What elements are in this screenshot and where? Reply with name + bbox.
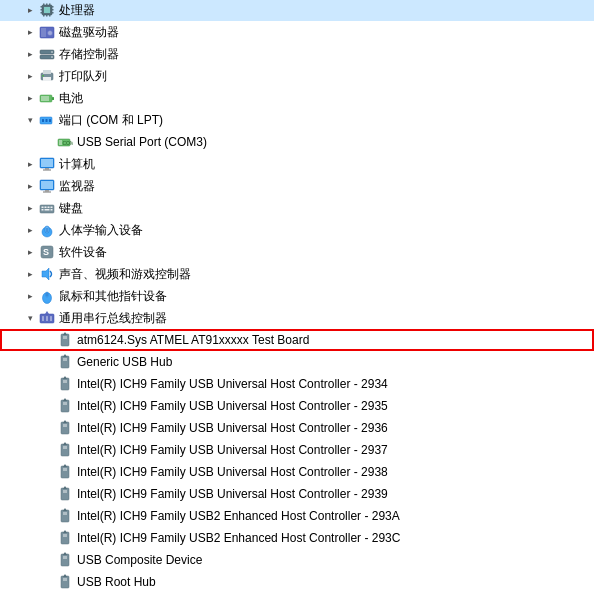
tree-item-29[interactable]: USB Composite Device <box>0 549 594 571</box>
svg-marker-96 <box>63 464 67 467</box>
usb-device-icon <box>56 419 74 437</box>
port-icon <box>38 111 56 129</box>
tree-item-5[interactable]: 磁盘驱动器 <box>0 21 594 43</box>
tree-item-15[interactable]: S软件设备 <box>0 241 594 263</box>
item-label-23: Intel(R) ICH9 Family USB Universal Host … <box>77 421 388 435</box>
svg-rect-13 <box>43 4 45 6</box>
usb-device-icon <box>56 463 74 481</box>
expand-icon-11[interactable] <box>22 156 38 172</box>
expand-icon-12[interactable] <box>22 178 38 194</box>
tree-item-30[interactable]: USB Root Hub <box>0 571 594 593</box>
expand-icon-7[interactable] <box>22 68 38 84</box>
cpu-icon <box>38 1 56 19</box>
svg-rect-88 <box>61 422 69 434</box>
svg-rect-61 <box>51 209 53 211</box>
tree-item-21[interactable]: Intel(R) ICH9 Family USB Universal Host … <box>0 373 594 395</box>
svg-marker-105 <box>63 530 67 533</box>
tree-item-8[interactable]: 电池 <box>0 87 594 109</box>
expand-icon-18[interactable] <box>22 310 38 326</box>
expand-icon-16[interactable] <box>22 266 38 282</box>
tree-item-10[interactable]: COMUSB Serial Port (COM3) <box>0 131 594 153</box>
svg-rect-41 <box>46 119 48 122</box>
tree-item-24[interactable]: Intel(R) ICH9 Family USB Universal Host … <box>0 439 594 461</box>
svg-rect-14 <box>46 4 48 6</box>
expand-icon-25 <box>40 464 56 480</box>
item-label-21: Intel(R) ICH9 Family USB Universal Host … <box>77 377 388 391</box>
svg-text:S: S <box>43 247 49 257</box>
svg-point-27 <box>48 31 53 36</box>
svg-rect-21 <box>41 12 43 14</box>
tree-item-14[interactable]: 人体学输入设备 <box>0 219 594 241</box>
svg-point-30 <box>51 51 53 53</box>
svg-marker-87 <box>63 398 67 401</box>
expand-icon-13[interactable] <box>22 200 38 216</box>
item-label-19: atm6124.Sys ATMEL AT91xxxxx Test Board <box>77 333 309 347</box>
tree-item-19[interactable]: atm6124.Sys ATMEL AT91xxxxx Test Board <box>0 329 594 351</box>
expand-icon-8[interactable] <box>22 90 38 106</box>
expand-icon-9[interactable] <box>22 112 38 128</box>
svg-marker-84 <box>63 376 67 379</box>
svg-rect-97 <box>61 488 69 500</box>
tree-item-4[interactable]: 处理器 <box>0 0 594 21</box>
expand-icon-17[interactable] <box>22 288 38 304</box>
item-label-4: 处理器 <box>59 2 95 19</box>
tree-item-22[interactable]: Intel(R) ICH9 Family USB Universal Host … <box>0 395 594 417</box>
svg-rect-16 <box>43 15 45 17</box>
svg-marker-108 <box>63 552 67 555</box>
svg-text:COM: COM <box>63 140 74 146</box>
tree-item-27[interactable]: Intel(R) ICH9 Family USB2 Enhanced Host … <box>0 505 594 527</box>
usb-device-icon <box>56 441 74 459</box>
svg-rect-48 <box>45 168 49 170</box>
tree-item-9[interactable]: 端口 (COM 和 LPT) <box>0 109 594 131</box>
svg-rect-91 <box>61 444 69 456</box>
svg-rect-89 <box>63 424 67 427</box>
tree-item-23[interactable]: Intel(R) ICH9 Family USB Universal Host … <box>0 417 594 439</box>
svg-rect-24 <box>52 12 54 14</box>
tree-item-25[interactable]: Intel(R) ICH9 Family USB Universal Host … <box>0 461 594 483</box>
expand-icon-6[interactable] <box>22 46 38 62</box>
svg-marker-78 <box>63 332 67 335</box>
storage-icon <box>38 45 56 63</box>
expand-icon-4[interactable] <box>22 2 38 18</box>
expand-icon-20 <box>40 354 56 370</box>
item-label-5: 磁盘驱动器 <box>59 24 119 41</box>
tree-item-17[interactable]: 鼠标和其他指针设备 <box>0 285 594 307</box>
usb-device-icon <box>56 353 74 371</box>
tree-item-7[interactable]: 打印队列 <box>0 65 594 87</box>
svg-rect-109 <box>61 576 69 588</box>
svg-rect-110 <box>63 578 67 581</box>
svg-rect-37 <box>52 97 54 100</box>
tree-item-20[interactable]: Generic USB Hub <box>0 351 594 373</box>
tree-item-26[interactable]: Intel(R) ICH9 Family USB Universal Host … <box>0 483 594 505</box>
tree-item-12[interactable]: 监视器 <box>0 175 594 197</box>
svg-rect-76 <box>61 334 69 346</box>
item-label-8: 电池 <box>59 90 83 107</box>
tree-item-11[interactable]: 计算机 <box>0 153 594 175</box>
expand-icon-26 <box>40 486 56 502</box>
tree-item-28[interactable]: Intel(R) ICH9 Family USB2 Enhanced Host … <box>0 527 594 549</box>
audio-icon <box>38 265 56 283</box>
svg-rect-40 <box>42 119 44 122</box>
expand-icon-24 <box>40 442 56 458</box>
svg-rect-74 <box>50 316 52 321</box>
expand-icon-14[interactable] <box>22 222 38 238</box>
svg-marker-81 <box>63 354 67 357</box>
item-label-10: USB Serial Port (COM3) <box>77 135 207 149</box>
svg-rect-94 <box>61 466 69 478</box>
expand-icon-19 <box>40 332 56 348</box>
device-manager-tree[interactable]: FengzhaoliangPCDVD/CD-ROM 驱动器IDE ATA/ATA… <box>0 0 594 597</box>
tree-item-6[interactable]: 存储控制器 <box>0 43 594 65</box>
expand-icon-5[interactable] <box>22 24 38 40</box>
svg-rect-72 <box>42 316 44 321</box>
svg-rect-98 <box>63 490 67 493</box>
usb-device-icon <box>56 375 74 393</box>
item-label-9: 端口 (COM 和 LPT) <box>59 112 163 129</box>
item-label-27: Intel(R) ICH9 Family USB2 Enhanced Host … <box>77 509 400 523</box>
tree-item-18[interactable]: 通用串行总线控制器 <box>0 307 594 329</box>
expand-icon-15[interactable] <box>22 244 38 260</box>
mouse-icon <box>38 287 56 305</box>
tree-item-16[interactable]: 声音、视频和游戏控制器 <box>0 263 594 285</box>
svg-rect-20 <box>41 9 43 11</box>
item-label-17: 鼠标和其他指针设备 <box>59 288 167 305</box>
tree-item-13[interactable]: 键盘 <box>0 197 594 219</box>
